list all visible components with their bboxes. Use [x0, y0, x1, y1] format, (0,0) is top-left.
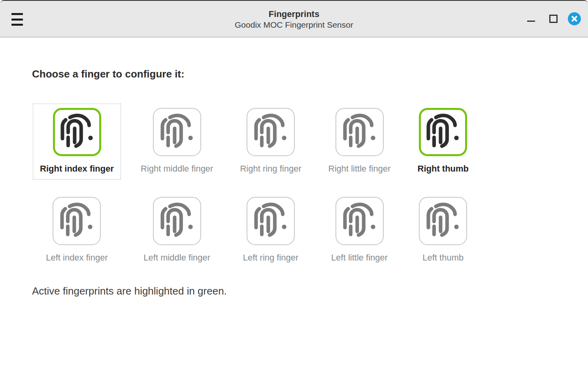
finger-tile-left-middle-finger[interactable]: Left middle finger [136, 193, 217, 268]
fingerprint-icon [153, 197, 201, 245]
minimize-icon [527, 21, 535, 22]
window-subtitle: Goodix MOC Fingerprint Sensor [0, 20, 588, 30]
window-controls [527, 1, 581, 37]
finger-label: Left thumb [422, 252, 464, 263]
content-area: Choose a finger to configure it: Right i… [0, 68, 588, 297]
finger-tile-right-middle-finger[interactable]: Right middle finger [134, 104, 220, 179]
footer-note: Active fingerprints are highlighted in g… [32, 285, 588, 297]
finger-tile-right-ring-finger[interactable]: Right ring finger [233, 104, 308, 179]
finger-label: Right thumb [418, 163, 469, 174]
fingerprint-icon [53, 197, 101, 245]
finger-label: Right little finger [328, 163, 391, 174]
fingerprint-icon [419, 197, 467, 245]
hamburger-menu-icon[interactable] [11, 13, 23, 26]
finger-label: Left ring finger [243, 252, 299, 263]
app-window: Fingerprints Goodix MOC Fingerprint Sens… [0, 0, 588, 389]
menu-bar [11, 24, 23, 26]
maximize-icon [549, 15, 558, 23]
fingerprint-icon [419, 108, 467, 156]
titlebar: Fingerprints Goodix MOC Fingerprint Sens… [0, 1, 588, 38]
finger-tile-left-index-finger[interactable]: Left index finger [39, 193, 115, 268]
finger-label: Right middle finger [141, 163, 213, 174]
fingerprint-icon [335, 197, 384, 245]
finger-label: Right index finger [40, 163, 114, 174]
minimize-button[interactable] [527, 12, 535, 25]
menu-bar [11, 19, 23, 21]
finger-grid: Right index finger Right middle finger [33, 104, 588, 268]
fingerprint-icon [247, 108, 295, 156]
fingerprint-icon [153, 108, 201, 156]
finger-label: Left little finger [331, 252, 388, 263]
finger-tile-right-index-finger[interactable]: Right index finger [33, 104, 121, 179]
fingerprint-icon [247, 197, 295, 245]
finger-tile-left-little-finger[interactable]: Left little finger [324, 193, 395, 268]
menu-bar [11, 13, 23, 15]
finger-label: Left middle finger [143, 252, 210, 263]
finger-tile-left-thumb[interactable]: Left thumb [412, 193, 474, 268]
fingerprint-icon [335, 108, 384, 156]
finger-tile-right-thumb[interactable]: Right thumb [411, 104, 476, 179]
window-title: Fingerprints [0, 9, 588, 20]
finger-tile-left-ring-finger[interactable]: Left ring finger [236, 193, 306, 268]
title-block: Fingerprints Goodix MOC Fingerprint Sens… [0, 1, 588, 37]
close-button[interactable] [568, 12, 581, 25]
finger-tile-right-little-finger[interactable]: Right little finger [321, 104, 398, 179]
fingerprint-icon [53, 108, 101, 156]
close-icon [571, 16, 577, 22]
finger-label: Right ring finger [240, 163, 301, 174]
finger-label: Left index finger [46, 252, 108, 263]
maximize-button[interactable] [549, 15, 558, 23]
page-title: Choose a finger to configure it: [32, 68, 588, 80]
